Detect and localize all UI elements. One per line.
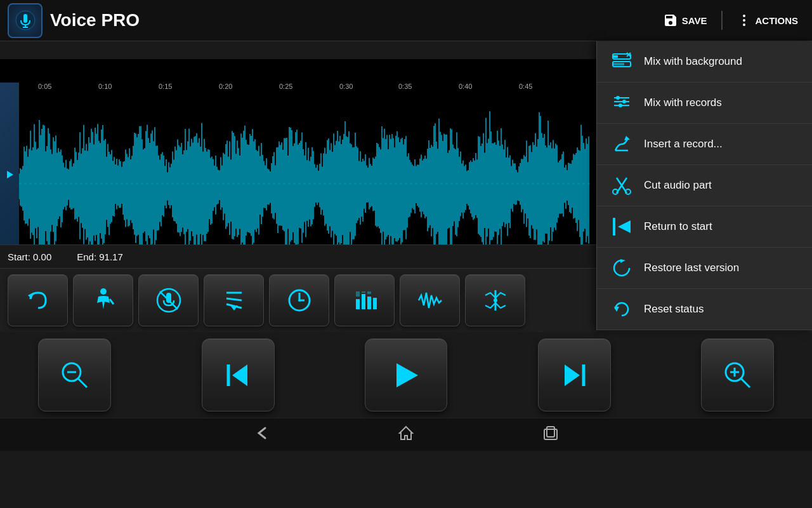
timeline-mark-4: 0:20 <box>219 83 232 90</box>
svg-rect-21 <box>356 299 360 309</box>
nav-back-button[interactable] <box>252 424 270 446</box>
svg-point-56 <box>619 104 622 107</box>
svg-point-9 <box>100 288 107 295</box>
timeline-mark-3: 0:15 <box>159 83 172 90</box>
svg-marker-42 <box>400 427 412 439</box>
timeline-mark-1: 0:05 <box>38 83 51 90</box>
menu-item-cut-label: Cut audio part <box>644 179 712 192</box>
svg-rect-48 <box>613 63 624 65</box>
enhance-button[interactable] <box>465 274 525 326</box>
zoom-in-button[interactable] <box>701 338 774 411</box>
svg-rect-27 <box>373 298 377 309</box>
insert-icon <box>610 132 634 156</box>
svg-point-5 <box>743 19 745 22</box>
menu-item-restore[interactable]: Restore last version <box>597 248 812 289</box>
playback-row <box>0 332 812 418</box>
app-header: Voice PRO SAVE ACTIONS <box>0 0 812 41</box>
header-divider <box>721 11 723 30</box>
waveform-fx-button[interactable] <box>400 274 460 326</box>
undo-button[interactable] <box>8 274 68 326</box>
svg-point-54 <box>616 96 620 100</box>
mix-bg-icon <box>610 50 634 74</box>
svg-rect-25 <box>362 291 365 293</box>
actions-dropdown-menu: Mix with background Mix with records Ins… <box>596 41 812 330</box>
play-position-indicator <box>0 83 19 244</box>
clock-button[interactable] <box>269 274 329 326</box>
skip-back-button[interactable] <box>202 338 275 411</box>
svg-point-6 <box>743 23 745 26</box>
nav-home-button[interactable] <box>397 424 415 446</box>
mix-rec-icon <box>610 91 634 115</box>
android-nav-bar <box>0 418 812 451</box>
menu-item-restore-label: Restore last version <box>644 262 739 274</box>
menu-item-cut-audio[interactable]: Cut audio part <box>597 165 812 206</box>
svg-marker-34 <box>232 364 247 386</box>
svg-marker-7 <box>7 171 13 178</box>
menu-item-insert-record[interactable]: Insert a record... <box>597 124 812 165</box>
svg-line-14 <box>226 298 242 300</box>
cut-icon <box>610 173 634 197</box>
svg-rect-22 <box>362 294 365 309</box>
menu-item-mix-records-label: Mix with records <box>644 97 722 109</box>
mute-button[interactable] <box>138 274 199 326</box>
return-icon <box>610 215 634 239</box>
save-button[interactable]: SAVE <box>657 9 714 32</box>
pitch-down-button[interactable] <box>204 274 264 326</box>
svg-marker-16 <box>230 305 238 311</box>
waveform-display[interactable] <box>19 100 590 244</box>
menu-item-mix-records[interactable]: Mix with records <box>597 83 812 124</box>
status-end: End: 91.17 <box>77 251 123 262</box>
svg-line-32 <box>78 378 87 387</box>
svg-rect-24 <box>356 291 360 297</box>
timeline-mark-8: 0:40 <box>459 83 472 90</box>
header-actions: SAVE ACTIONS <box>657 9 804 32</box>
nav-recents-button[interactable] <box>542 424 560 446</box>
restore-icon <box>610 256 634 280</box>
svg-point-4 <box>743 15 745 17</box>
svg-rect-23 <box>367 297 371 309</box>
timeline-mark-2: 0:10 <box>98 83 112 90</box>
svg-marker-37 <box>565 364 580 386</box>
svg-marker-64 <box>618 220 631 233</box>
app-title: Voice PRO <box>50 10 657 30</box>
svg-marker-57 <box>624 136 630 140</box>
status-start: Start: 0.00 <box>8 251 51 262</box>
menu-item-reset[interactable]: Reset status <box>597 289 812 330</box>
svg-point-55 <box>622 100 626 104</box>
equalizer-button[interactable] <box>334 274 395 326</box>
menu-item-return-label: Return to start <box>644 220 712 233</box>
menu-item-mix-background-label: Mix with background <box>644 55 742 68</box>
svg-marker-65 <box>620 259 625 263</box>
svg-line-41 <box>741 378 750 387</box>
menu-item-mix-background[interactable]: Mix with background <box>597 41 812 83</box>
svg-rect-26 <box>367 291 371 294</box>
svg-rect-63 <box>613 218 615 236</box>
svg-rect-1 <box>23 14 27 23</box>
timeline-mark-6: 0:30 <box>339 83 353 90</box>
timeline-mark-5: 0:25 <box>279 83 292 90</box>
svg-rect-46 <box>613 55 618 58</box>
actions-button[interactable]: ACTIONS <box>730 9 805 32</box>
skip-forward-button[interactable] <box>538 338 611 411</box>
menu-item-reset-label: Reset status <box>644 303 704 316</box>
svg-marker-35 <box>396 363 418 387</box>
menu-item-insert-label: Insert a record... <box>644 138 723 150</box>
reset-icon <box>610 297 634 321</box>
svg-point-29 <box>494 298 497 302</box>
zoom-out-button[interactable] <box>38 338 111 411</box>
menu-item-return-start[interactable]: Return to start <box>597 206 812 248</box>
svg-rect-44 <box>547 427 554 437</box>
svg-point-20 <box>298 299 301 302</box>
timeline-mark-9: 0:45 <box>519 83 532 90</box>
trim-silence-button[interactable] <box>73 274 133 326</box>
timeline-mark-7: 0:35 <box>398 83 412 90</box>
app-logo <box>8 3 43 38</box>
play-button[interactable] <box>365 338 447 411</box>
